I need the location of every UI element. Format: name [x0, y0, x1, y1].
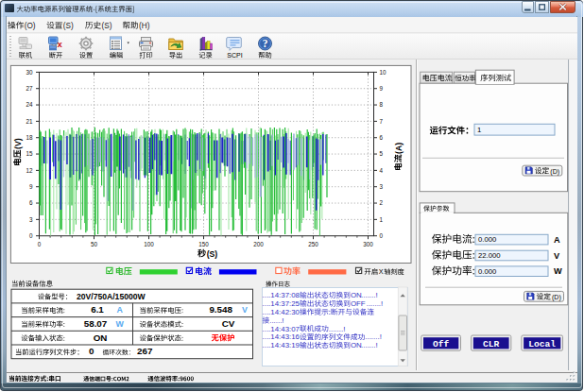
svg-text:CV: CV — [222, 318, 235, 329]
svg-text:30: 30 — [26, 69, 33, 76]
svg-text:6: 6 — [29, 199, 33, 206]
svg-text:250: 250 — [308, 241, 318, 247]
svg-text:0.000: 0.000 — [478, 267, 496, 276]
svg-text:A: A — [116, 305, 123, 315]
svg-text:18: 18 — [26, 134, 33, 141]
svg-text:300: 300 — [363, 241, 373, 247]
svg-text:1: 1 — [477, 126, 481, 134]
svg-text:12: 12 — [26, 167, 33, 174]
svg-text:W: W — [554, 266, 562, 276]
svg-text:(V): (V) — [13, 138, 23, 149]
svg-text:....14:43:16: ....14:43:16 — [263, 332, 301, 341]
svg-text:6: 6 — [380, 134, 384, 141]
svg-text:4: 4 — [380, 167, 384, 174]
svg-text:0: 0 — [38, 241, 42, 247]
svg-text:(S): (S) — [102, 22, 112, 30]
svg-text:3: 3 — [380, 183, 384, 190]
svg-text:.......!: .......! — [365, 332, 382, 341]
svg-text:10: 10 — [380, 69, 387, 76]
svg-text:6.1: 6.1 — [91, 304, 104, 315]
svg-text:W: W — [115, 319, 124, 329]
svg-text:100: 100 — [144, 241, 154, 247]
svg-text:0: 0 — [29, 232, 33, 239]
svg-text:2: 2 — [380, 199, 384, 206]
svg-text:9: 9 — [29, 183, 33, 190]
svg-text:....14:37:08: ....14:37:08 — [263, 291, 301, 299]
svg-text:X: X — [379, 267, 384, 276]
svg-text:CLR: CLR — [483, 339, 500, 349]
svg-text:.......!: .......! — [361, 291, 378, 299]
svg-text:(S): (S) — [63, 22, 74, 30]
svg-text:(H): (H) — [139, 22, 150, 30]
svg-text:OFF: OFF — [351, 299, 366, 308]
svg-text:9: 9 — [380, 85, 384, 92]
svg-text:V: V — [242, 305, 248, 315]
svg-text:15: 15 — [26, 150, 33, 157]
svg-text:8: 8 — [380, 101, 384, 108]
svg-text:9.548: 9.548 — [209, 304, 232, 315]
svg-text:267: 267 — [137, 346, 153, 356]
svg-text:.......!: .......! — [361, 341, 378, 349]
svg-text:Local: Local — [528, 339, 556, 349]
svg-text:3: 3 — [29, 216, 33, 223]
svg-text:(D): (D) — [550, 168, 559, 176]
svg-text:....14:43:19: ....14:43:19 — [263, 341, 301, 349]
svg-text:.......!: .......! — [367, 299, 384, 308]
svg-text:......!: ......! — [269, 316, 283, 325]
svg-text:24: 24 — [26, 101, 33, 108]
svg-text:7: 7 — [380, 118, 384, 125]
svg-text:0: 0 — [380, 232, 384, 239]
svg-text:?: ? — [263, 38, 268, 49]
svg-text:ON: ON — [94, 332, 108, 343]
svg-text:58.07: 58.07 — [84, 318, 108, 329]
svg-text:5: 5 — [380, 150, 384, 157]
svg-text:V: V — [554, 251, 560, 261]
svg-text:27: 27 — [26, 85, 33, 92]
svg-text:22.000: 22.000 — [478, 251, 501, 260]
svg-text:....14:42:30: ....14:42:30 — [263, 308, 301, 316]
svg-text:(S): (S) — [207, 249, 218, 259]
svg-text:Off: Off — [433, 339, 450, 349]
svg-text:1: 1 — [380, 216, 384, 223]
svg-text:20V/750A/15000W: 20V/750A/15000W — [77, 292, 146, 301]
svg-text:50: 50 — [91, 241, 98, 247]
svg-text:.......!: .......! — [329, 325, 346, 333]
svg-text:0.000: 0.000 — [478, 235, 496, 244]
svg-text:(A): (A) — [394, 143, 404, 154]
svg-text:SCPI: SCPI — [227, 52, 242, 59]
svg-text:A: A — [554, 235, 560, 245]
svg-text:....14:43:07: ....14:43:07 — [263, 325, 300, 333]
svg-text:(D): (D) — [552, 294, 561, 301]
svg-text:200: 200 — [253, 241, 264, 247]
svg-text:x: x — [58, 39, 63, 49]
svg-text:(O): (O) — [25, 22, 36, 30]
svg-text:....14:37:25: ....14:37:25 — [263, 299, 301, 308]
svg-text:21: 21 — [26, 118, 33, 125]
svg-text:150: 150 — [198, 241, 209, 247]
svg-text:0: 0 — [89, 346, 94, 356]
